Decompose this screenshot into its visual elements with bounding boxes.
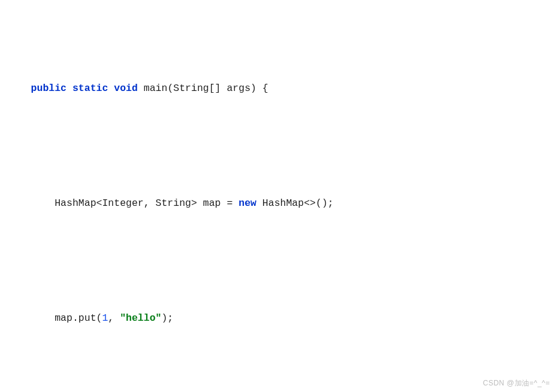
method-name: main <box>144 83 168 94</box>
type: HashMap <box>55 197 96 209</box>
string: "hello" <box>120 312 161 324</box>
tail: (); <box>316 197 334 209</box>
call: map.put( <box>55 312 102 324</box>
type: Integer <box>102 197 143 209</box>
type: String <box>156 197 191 209</box>
comma: , <box>144 197 156 209</box>
parameter: args <box>226 83 250 94</box>
code-line: map.put(1, "hello"); <box>0 290 556 347</box>
angle: < <box>96 197 102 209</box>
paren: ) <box>250 83 256 94</box>
code-line: HashMap<Integer, String> map = new HashM… <box>0 175 556 232</box>
space <box>256 197 262 209</box>
keyword: public <box>31 83 67 94</box>
keyword: void <box>114 83 138 94</box>
indent <box>31 197 55 209</box>
equals: = <box>221 197 239 209</box>
code-line: public static void main(String[] args) { <box>0 60 556 117</box>
constructor: HashMap <box>262 197 304 209</box>
indent <box>31 312 55 324</box>
code-editor[interactable]: public static void main(String[] args) {… <box>0 0 556 392</box>
type: String <box>173 83 208 94</box>
paren: ( <box>167 83 173 94</box>
keyword: new <box>238 197 256 209</box>
brackets: [] <box>209 83 221 94</box>
brace: { <box>256 83 268 94</box>
tail: ); <box>161 312 173 324</box>
space <box>197 197 203 209</box>
space <box>221 83 227 94</box>
number: 1 <box>102 312 108 324</box>
keyword: static <box>72 83 108 94</box>
variable: map <box>203 197 221 209</box>
angle: > <box>191 197 197 209</box>
diamond: <> <box>304 197 316 209</box>
comma: , <box>108 312 120 324</box>
